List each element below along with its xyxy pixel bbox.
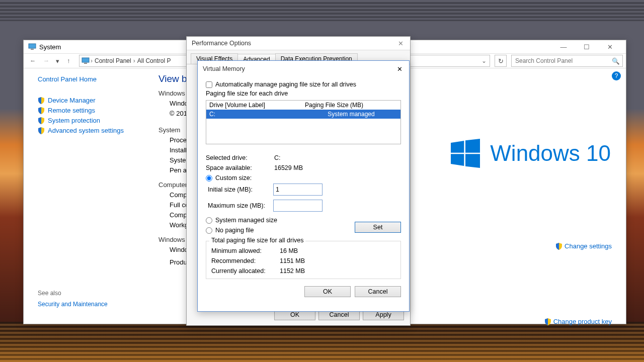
initial-size-input[interactable] xyxy=(273,184,323,196)
maximum-size-input[interactable] xyxy=(273,200,323,212)
auto-manage-input[interactable] xyxy=(206,81,212,88)
up-button[interactable]: ↑ xyxy=(62,55,74,67)
total-label: Total paging file size for all drives xyxy=(209,237,305,244)
currently-allocated-value: 1152 MB xyxy=(280,267,305,275)
control-panel-home-link[interactable]: Control Panel Home xyxy=(38,75,153,83)
back-button[interactable]: ← xyxy=(27,55,39,67)
shield-icon xyxy=(555,243,562,250)
cancel-button[interactable]: Cancel xyxy=(355,286,401,297)
col-size: Paging File Size (MB) xyxy=(305,102,363,109)
system-icon xyxy=(82,57,90,65)
col-drive: Drive [Volume Label] xyxy=(209,102,305,109)
forward-button[interactable]: → xyxy=(40,55,52,67)
svg-rect-0 xyxy=(29,44,36,48)
total-frame: Total paging file size for all drives Mi… xyxy=(206,241,401,279)
system-icon xyxy=(28,43,36,51)
shield-icon xyxy=(38,97,45,104)
refresh-button[interactable]: ↻ xyxy=(495,55,507,67)
shield-icon xyxy=(38,117,45,124)
window-title: System xyxy=(39,43,61,51)
recommended-label: Recommended: xyxy=(211,257,280,264)
search-icon: 🔍 xyxy=(612,57,620,65)
drive-list[interactable]: C: System managed xyxy=(206,110,400,144)
shield-icon xyxy=(38,107,45,114)
sidebar-item-label: Remote settings xyxy=(48,107,95,114)
windows-logo-icon xyxy=(451,139,480,168)
dialog-title[interactable]: Performance Options ✕ xyxy=(187,37,410,50)
maximum-size-label: Maximum size (MB): xyxy=(208,202,273,209)
brand-text: Windows 10 xyxy=(490,141,611,166)
breadcrumb[interactable]: Control Panel xyxy=(94,57,132,64)
close-button[interactable]: ✕ xyxy=(598,40,621,53)
security-maintenance-link[interactable]: Security and Maintenance xyxy=(38,301,108,308)
ok-button[interactable]: OK xyxy=(304,286,351,297)
change-product-key-link[interactable]: Change product key xyxy=(544,318,612,325)
svg-rect-2 xyxy=(82,58,89,62)
sidebar-item-label: Device Manager xyxy=(48,97,96,104)
search-input[interactable] xyxy=(514,57,612,65)
svg-rect-3 xyxy=(84,63,87,64)
drive-row[interactable]: C: System managed xyxy=(206,110,400,119)
space-available-label: Space available: xyxy=(206,164,274,171)
min-allowed-label: Minimum allowed: xyxy=(211,247,280,254)
min-allowed-value: 16 MB xyxy=(280,247,298,254)
custom-size-radio[interactable]: Custom size: xyxy=(206,174,401,182)
auto-manage-checkbox[interactable]: Automatically manage paging file size fo… xyxy=(206,81,401,88)
recent-dropdown[interactable]: ▾ xyxy=(54,55,61,67)
initial-size-label: Initial size (MB): xyxy=(208,186,273,193)
selected-drive-value: C: xyxy=(274,154,281,161)
close-icon[interactable]: ✕ xyxy=(395,65,404,73)
shield-icon xyxy=(544,318,551,325)
dialog-title[interactable]: Virtual Memory ✕ xyxy=(198,61,409,77)
each-drive-label: Paging file size for each drive xyxy=(206,90,401,97)
chevron-down-icon[interactable]: ⌄ xyxy=(481,57,488,64)
sidebar: Control Panel Home Device Manager Remote… xyxy=(24,68,158,324)
search-box[interactable]: 🔍 xyxy=(511,55,623,67)
help-icon[interactable]: ? xyxy=(612,71,621,80)
recommended-value: 1151 MB xyxy=(280,257,305,264)
sidebar-item-advanced-system-settings[interactable]: Advanced system settings xyxy=(38,127,153,134)
windows-brand: Windows 10 xyxy=(451,139,611,168)
sidebar-item-system-protection[interactable]: System protection xyxy=(38,117,153,124)
set-button[interactable]: Set xyxy=(355,222,401,233)
close-icon[interactable]: ✕ xyxy=(396,40,405,47)
minimize-button[interactable]: ― xyxy=(552,40,575,53)
change-settings-link[interactable]: Change settings xyxy=(555,242,612,250)
drive-list-box: Drive [Volume Label] Paging File Size (M… xyxy=(206,100,401,144)
sidebar-item-device-manager[interactable]: Device Manager xyxy=(38,97,153,104)
selected-drive-label: Selected drive: xyxy=(206,154,274,161)
maximize-button[interactable]: ☐ xyxy=(575,40,598,53)
breadcrumb[interactable]: All Control P xyxy=(136,57,172,64)
sidebar-item-label: Advanced system settings xyxy=(48,127,124,134)
sidebar-item-remote-settings[interactable]: Remote settings xyxy=(38,107,153,114)
see-also-label: See also xyxy=(38,290,108,297)
virtual-memory-dialog: Virtual Memory ✕ Automatically manage pa… xyxy=(197,60,410,312)
svg-rect-1 xyxy=(31,49,34,50)
sidebar-item-label: System protection xyxy=(48,117,100,124)
space-available-value: 16529 MB xyxy=(274,164,303,171)
shield-icon xyxy=(38,127,45,134)
currently-allocated-label: Currently allocated: xyxy=(211,267,280,275)
